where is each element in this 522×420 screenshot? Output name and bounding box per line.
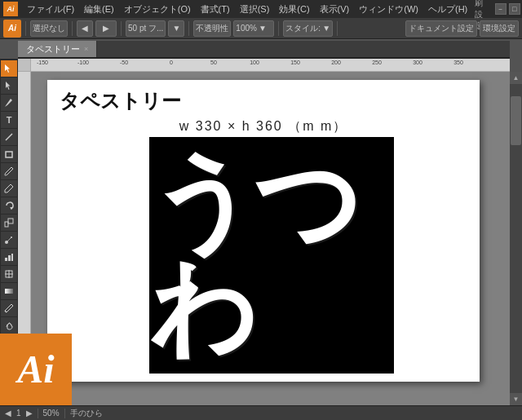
tab-bar: タペストリー ×	[18, 41, 510, 59]
menu-view[interactable]: 表示(V)	[316, 0, 354, 18]
separator-5	[278, 21, 279, 36]
style-label: スタイル:	[285, 23, 321, 34]
separator-6	[337, 21, 338, 36]
separator-2	[72, 21, 73, 36]
menu-window[interactable]: ウィンドウ(W)	[355, 0, 422, 18]
style-dropdown[interactable]: スタイル: ▼	[283, 20, 333, 37]
separator-1	[25, 21, 26, 36]
ruler-h-content: -150 -100 -50 0 50 100 150 200 250 300 3…	[18, 59, 510, 71]
ruler-label-100: -100	[77, 60, 89, 65]
paintbrush-tool[interactable]	[1, 163, 17, 179]
env-settings-label: 環境設定	[483, 23, 515, 34]
ruler-corner	[18, 59, 31, 72]
direct-selection-tool[interactable]	[1, 77, 17, 94]
menu-edit[interactable]: 編集(E)	[80, 0, 118, 18]
opacity-label: 不透明性	[196, 23, 228, 34]
line-tool[interactable]	[1, 129, 17, 145]
svg-line-15	[5, 311, 7, 312]
ruler-label-0: 0	[170, 60, 173, 65]
tool-btn-1[interactable]: ◀	[77, 20, 93, 37]
menu-help[interactable]: ヘルプ(H)	[424, 0, 471, 18]
doc-settings-button[interactable]: ドキュメント設定	[405, 20, 477, 37]
main-toolbar: Ai 選択なし ◀ ▶ 50 pt フ... ▼ 不透明性 100% ▼ スタイ…	[0, 18, 522, 39]
selection-label: 選択なし	[33, 23, 65, 34]
app-logo: Ai	[3, 2, 18, 16]
gradient-tool[interactable]	[1, 283, 17, 299]
mesh-tool[interactable]	[1, 266, 17, 282]
artwork-text: うつわ	[149, 149, 394, 361]
menu-effect[interactable]: 効果(C)	[275, 0, 313, 18]
doc-settings-label: ドキュメント設定	[409, 23, 474, 34]
canvas-subtitle: w 330 × h 360 （m m）	[60, 118, 467, 135]
svg-rect-10	[11, 254, 13, 261]
selection-tool[interactable]	[1, 60, 17, 77]
horizontal-ruler: -150 -100 -50 0 50 100 150 200 250 300 3…	[18, 59, 510, 72]
scroll-thumb-v[interactable]	[511, 96, 521, 145]
svg-rect-8	[5, 258, 7, 261]
hand-tool[interactable]	[1, 317, 17, 334]
svg-rect-4	[8, 219, 13, 223]
percent-label: 100%	[236, 24, 257, 33]
blend-tool[interactable]	[1, 232, 17, 248]
tab-close[interactable]: ×	[84, 45, 88, 53]
artboard-number: 1	[16, 409, 21, 418]
ruler-label-350: 350	[453, 60, 463, 65]
ruler-label-300: 300	[413, 60, 422, 65]
status-sep-2	[64, 409, 65, 418]
ruler-label-100b: 100	[250, 60, 259, 65]
selection-dropdown[interactable]: 選択なし	[30, 20, 68, 37]
type-tool[interactable]: T	[1, 112, 17, 128]
status-sep-1	[38, 409, 38, 418]
ai-logo-large: Ai	[0, 334, 72, 405]
menu-select[interactable]: 選択(S)	[236, 0, 274, 18]
svg-rect-3	[5, 222, 8, 227]
tab-label: タペストリー	[26, 43, 80, 55]
column-graph-tool[interactable]	[1, 249, 17, 265]
scale-tool[interactable]	[1, 214, 17, 231]
env-settings-button[interactable]: 環境設定	[480, 20, 519, 37]
document-canvas: タペストリー w 330 × h 360 （m m） うつわ	[47, 80, 480, 382]
artboard-nav-next[interactable]: ▶	[26, 409, 33, 418]
opacity-dropdown[interactable]: 不透明性	[193, 20, 231, 37]
ruler-label-200: 200	[331, 60, 341, 65]
canvas-area: タペストリー w 330 × h 360 （m m） うつわ	[31, 72, 510, 405]
svg-rect-1	[6, 152, 12, 157]
eyedropper-tool[interactable]	[1, 300, 17, 316]
ai-logo-large-text: Ai	[17, 350, 54, 389]
menu-file[interactable]: ファイル(F)	[23, 0, 78, 18]
minimize-button[interactable]: －	[495, 3, 507, 15]
cursor-tool-label: 手のひら	[70, 408, 103, 419]
app-logo-text: Ai	[7, 5, 15, 13]
artboard-nav-prev[interactable]: ◀	[5, 409, 11, 418]
percent-dropdown[interactable]: 100% ▼	[233, 20, 274, 37]
restore-button[interactable]: □	[509, 3, 520, 15]
style-dropdown-arrow: ▼	[322, 24, 330, 33]
ruler-label-150: -150	[37, 60, 48, 65]
menu-format[interactable]: 書式(T)	[197, 0, 234, 18]
pencil-tool[interactable]	[1, 180, 17, 197]
scroll-up[interactable]: ▲	[510, 72, 522, 84]
artwork-box: うつわ	[149, 137, 394, 374]
rotate-tool[interactable]	[1, 197, 17, 214]
tool-btn-2[interactable]: ▶	[95, 20, 117, 37]
separator-3	[121, 21, 122, 36]
svg-rect-14	[5, 289, 13, 294]
ruler-label-50b: 50	[210, 60, 217, 65]
scroll-down[interactable]: ▼	[510, 393, 522, 405]
rectangle-tool[interactable]	[1, 146, 17, 162]
stroke-dropdown[interactable]: 50 pt フ...	[126, 20, 166, 37]
canvas-title: タペストリー	[60, 88, 467, 114]
ruler-label-50: -50	[120, 60, 128, 65]
status-bar: ◀ 1 ▶ 50% 手のひら	[0, 405, 522, 420]
svg-line-0	[6, 134, 12, 140]
separator-4	[188, 21, 189, 36]
menu-object[interactable]: オブジェクト(O)	[120, 0, 195, 18]
ruler-label-250: 250	[372, 60, 382, 65]
pen-tool[interactable]	[1, 95, 17, 111]
vertical-scrollbar[interactable]: ▲ ▼	[510, 72, 522, 405]
stroke-options[interactable]: ▼	[168, 20, 184, 37]
new-button[interactable]: Ai	[3, 20, 21, 38]
active-tab[interactable]: タペストリー ×	[18, 41, 97, 57]
dropdown-arrow: ▼	[259, 24, 267, 33]
type-icon: T	[7, 115, 12, 125]
